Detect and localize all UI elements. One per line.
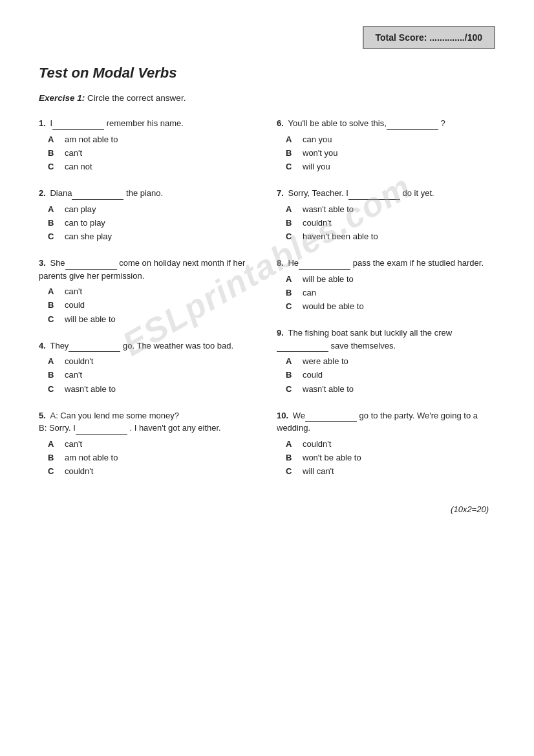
option-text: wasn't able to [65,383,116,395]
option-row: Awill be able to [286,274,495,285]
options-group: Acan'tBcouldCwill be able to [48,286,257,325]
answer-blank[interactable] [76,426,127,435]
score-note: (10x2=20) [39,504,495,514]
option-row: Chaven't been able to [286,231,495,243]
options-group: Awere able toBcouldCwasn't able to [286,356,495,395]
option-text: couldn't [303,217,331,229]
option-row: Ccan not [48,161,257,173]
exercise-number: Exercise 1: [39,93,85,103]
question-text: 9. The fishing boat sank but luckily all… [277,327,495,352]
option-letter: B [286,287,300,299]
score-value: ............../100 [429,32,482,43]
option-text: can't [65,369,82,381]
option-row: Cwasn't able to [48,383,257,395]
options-group: Acouldn'tBcan'tCwasn't able to [48,356,257,395]
option-text: am not able to [65,134,118,146]
right-column: 6. You'll be able to solve this, ?Acan y… [277,117,495,491]
option-row: Acan you [286,134,495,146]
option-text: can't [65,286,82,297]
option-text: can't [65,438,82,450]
answer-blank[interactable] [348,191,400,200]
option-row: Cwill can't [286,466,495,477]
answer-blank[interactable] [65,261,117,270]
option-row: Bcould [48,299,257,311]
option-row: Cwasn't able to [286,383,495,395]
question-number: 1. [39,118,48,128]
question-block: 4. They go. The weather was too bad.Acou… [39,340,257,395]
option-text: can play [65,204,96,215]
option-text: can you [303,134,332,146]
option-row: Ccouldn't [48,466,257,477]
option-text: can't [65,147,82,159]
options-group: Acan'tBam not able toCcouldn't [48,438,257,478]
option-letter: A [286,438,300,450]
option-text: will you [303,161,330,173]
option-letter: B [48,452,62,464]
option-letter: C [286,466,300,477]
option-letter: A [286,274,300,285]
question-number: 7. [277,188,286,198]
questions-columns: 1. I remember his name.Aam not able toBc… [39,117,495,491]
option-text: would be able to [303,301,364,312]
answer-blank[interactable] [72,191,123,200]
option-row: Cwould be able to [286,301,495,312]
option-text: couldn't [65,356,93,367]
option-row: Bcan't [48,369,257,381]
option-text: am not able to [65,452,118,464]
question-block: 9. The fishing boat sank but luckily all… [277,327,495,395]
option-letter: A [48,286,62,297]
option-text: could [65,299,85,311]
question-number: 2. [39,188,48,198]
question-text: 7. Sorry, Teacher. I do it yet. [277,187,495,200]
question-block: 6. You'll be able to solve this, ?Acan y… [277,117,495,173]
answer-blank[interactable] [277,343,328,352]
option-row: Cwill be able to [48,314,257,325]
exercise-instruction: Circle the correct answer. [87,93,186,103]
option-letter: C [286,383,300,395]
option-letter: B [48,147,62,159]
answer-blank[interactable] [52,121,104,130]
option-row: Acan play [48,204,257,215]
option-row: Bwon't be able to [286,452,495,464]
option-letter: C [286,301,300,312]
question-number: 4. [39,341,48,351]
option-text: will be able to [65,314,116,325]
option-row: Acouldn't [286,438,495,450]
option-row: Bwon't you [286,147,495,159]
option-row: Bcould [286,369,495,381]
question-text: 8. He pass the exam if he studied harder… [277,257,495,270]
answer-blank[interactable] [299,261,350,270]
option-letter: B [286,217,300,229]
option-row: Bcan to play [48,217,257,229]
exercise-label: Exercise 1: Circle the correct answer. [39,93,495,103]
option-text: wasn't able to [303,383,354,395]
option-letter: B [48,217,62,229]
question-number: 9. [277,328,286,338]
option-row: Aam not able to [48,134,257,146]
answer-blank[interactable] [387,121,438,130]
answer-blank[interactable] [69,343,120,352]
option-row: Acan't [48,286,257,297]
options-group: Awasn't able toBcouldn'tChaven't been ab… [286,204,495,243]
question-block: 3. She come on holiday next month if her… [39,257,257,325]
option-letter: C [48,466,62,477]
score-box: Total Score: ............../100 [363,26,495,49]
option-letter: A [286,356,300,367]
option-text: will can't [303,466,334,477]
option-text: couldn't [65,466,93,477]
question-text: 4. They go. The weather was too bad. [39,340,257,352]
option-text: won't you [303,147,338,159]
question-block: 7. Sorry, Teacher. I do it yet.Awasn't a… [277,187,495,243]
option-letter: A [286,134,300,146]
question-block: 8. He pass the exam if he studied harder… [277,257,495,312]
option-row: Acan't [48,438,257,450]
option-letter: A [48,204,62,215]
option-row: Bcan't [48,147,257,159]
option-letter: A [48,438,62,450]
question-block: 1. I remember his name.Aam not able toBc… [39,117,257,173]
option-text: won't be able to [303,452,361,464]
answer-blank[interactable] [305,413,357,422]
option-text: were able to [303,356,348,367]
question-text: 10. We go to the party. We're going to a… [277,409,495,435]
options-group: Acan youBwon't youCwill you [286,134,495,173]
